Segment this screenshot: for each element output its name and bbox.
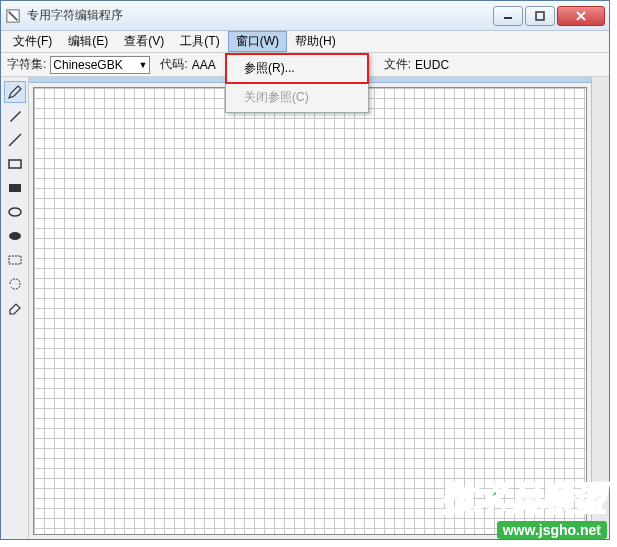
svg-point-6 [9, 208, 21, 216]
menu-window[interactable]: 窗口(W) [228, 31, 287, 52]
tool-palette [1, 77, 29, 539]
window-controls [491, 6, 605, 26]
rect-select-tool[interactable] [4, 249, 26, 271]
svg-line-3 [9, 134, 21, 146]
free-select-tool[interactable] [4, 273, 26, 295]
charset-label: 字符集: [7, 56, 46, 73]
minimize-button[interactable] [493, 6, 523, 26]
titlebar: 专用字符编辑程序 [1, 1, 609, 31]
edit-grid[interactable] [33, 87, 587, 535]
app-window: 专用字符编辑程序 文件(F) 编辑(E) 查看(V) 工具(T) 窗口(W) 帮… [0, 0, 610, 540]
svg-rect-8 [9, 256, 21, 264]
close-button[interactable] [557, 6, 605, 26]
window-title: 专用字符编辑程序 [27, 7, 491, 24]
svg-rect-2 [536, 12, 544, 20]
rectangle-outline-tool[interactable] [4, 153, 26, 175]
menu-item-reference[interactable]: 参照(R)... [226, 54, 368, 83]
svg-rect-4 [9, 160, 21, 168]
charset-value: ChineseGBK [53, 58, 122, 72]
menu-file[interactable]: 文件(F) [5, 31, 60, 52]
window-dropdown-menu: 参照(R)... 关闭参照(C) [225, 53, 369, 113]
code-value: AAA [192, 58, 216, 72]
code-label: 代码: [160, 56, 187, 73]
chevron-down-icon: ▼ [138, 60, 147, 70]
maximize-button[interactable] [525, 6, 555, 26]
vertical-scrollbar[interactable] [591, 77, 609, 539]
svg-point-7 [9, 232, 21, 240]
rectangle-fill-tool[interactable] [4, 177, 26, 199]
app-icon [5, 8, 21, 24]
workspace [1, 77, 609, 539]
menu-help[interactable]: 帮助(H) [287, 31, 344, 52]
file-label: 文件: [384, 56, 411, 73]
brush-tool[interactable] [4, 105, 26, 127]
menu-edit[interactable]: 编辑(E) [60, 31, 116, 52]
line-tool[interactable] [4, 129, 26, 151]
menu-item-close-reference: 关闭参照(C) [226, 83, 368, 112]
eraser-tool[interactable] [4, 297, 26, 319]
file-value: EUDC [415, 58, 449, 72]
ellipse-fill-tool[interactable] [4, 225, 26, 247]
svg-rect-5 [9, 184, 21, 192]
menubar: 文件(F) 编辑(E) 查看(V) 工具(T) 窗口(W) 帮助(H) [1, 31, 609, 53]
charset-select[interactable]: ChineseGBK ▼ [50, 56, 150, 74]
pencil-tool[interactable] [4, 81, 26, 103]
canvas-area [29, 77, 591, 539]
menu-tools[interactable]: 工具(T) [172, 31, 227, 52]
menu-view[interactable]: 查看(V) [116, 31, 172, 52]
grid-background [34, 88, 586, 534]
ellipse-outline-tool[interactable] [4, 201, 26, 223]
